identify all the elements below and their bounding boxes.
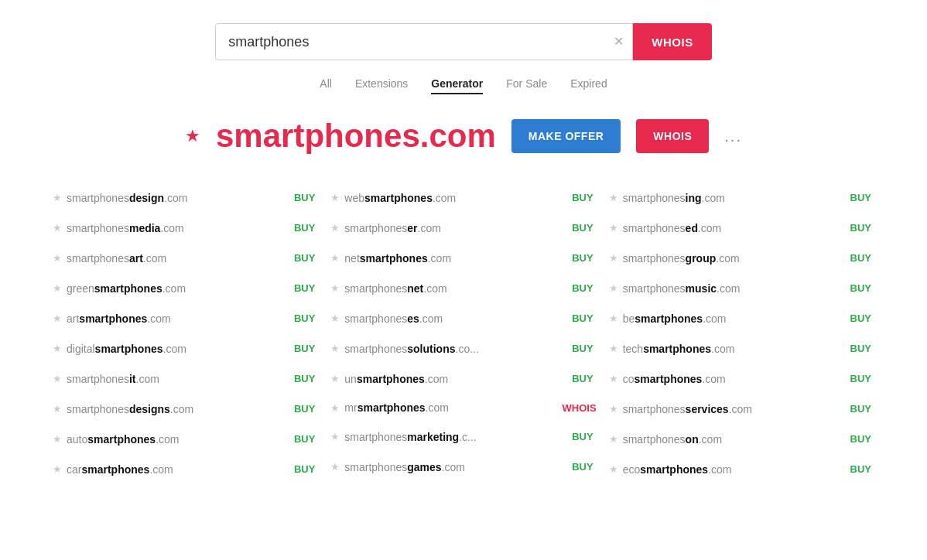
domain-name: besmartphones.com [623,312,843,325]
buy-button[interactable]: BUY [569,341,596,356]
buy-button[interactable]: BUY [291,190,318,205]
buy-button[interactable]: BUY [847,281,874,295]
star-icon[interactable]: ★ [609,192,618,203]
buy-button[interactable]: BUY [847,251,874,265]
tab-expired[interactable]: Expired [570,74,607,94]
buy-button[interactable]: BUY [847,371,874,386]
buy-button[interactable]: BUY [569,311,596,326]
whois-search-button[interactable]: WHOIS [633,23,711,60]
star-icon[interactable]: ★ [330,402,340,414]
domain-name: smartphoneser.com [344,222,564,234]
star-icon[interactable]: ★ [330,461,340,473]
buy-button[interactable]: BUY [291,220,318,235]
domain-name: smartphoneson.com [623,433,843,446]
star-icon[interactable]: ★ [609,222,618,234]
star-icon[interactable]: ★ [53,343,62,354]
star-icon[interactable]: ★ [53,373,62,384]
domain-row: ★smartphonessolutions.co...BUY [324,333,602,364]
domain-row: ★smartphonesmusic.comBUY [603,273,881,303]
domain-name: smartphonesservices.com [623,403,843,415]
star-icon[interactable]: ★ [609,282,618,294]
buy-button[interactable]: BUY [569,371,596,386]
domain-column-1: ★websmartphones.comBUY★smartphoneser.com… [324,183,602,484]
star-icon[interactable]: ★ [330,431,340,442]
buy-button[interactable]: BUY [847,401,874,416]
star-icon[interactable]: ★ [330,373,340,384]
domain-name: techsmartphones.com [623,343,843,355]
buy-button[interactable]: BUY [569,220,596,235]
star-icon[interactable]: ★ [53,463,62,475]
buy-button[interactable]: BUY [847,462,874,476]
domain-name: smartphonesdesign.com [67,192,286,204]
star-icon[interactable]: ★ [330,282,340,294]
domain-row: ★netsmartphones.comBUY [324,243,602,273]
star-icon[interactable]: ★ [609,463,618,475]
star-icon[interactable]: ★ [609,252,618,264]
star-icon[interactable]: ★ [609,433,618,445]
buy-button[interactable]: BUY [291,432,318,446]
domain-name: smartphonesgames.com [344,461,564,473]
star-icon[interactable]: ★ [330,252,340,264]
star-icon[interactable]: ★ [330,222,340,234]
domain-name: greensmartphones.com [67,282,286,295]
search-input[interactable] [215,23,633,60]
make-offer-button[interactable]: MAKE OFFER [511,119,621,153]
buy-button[interactable]: BUY [847,311,874,326]
star-icon[interactable]: ★ [609,343,618,354]
buy-button[interactable]: BUY [291,311,318,326]
star-icon[interactable]: ★ [330,343,340,354]
star-icon[interactable]: ★ [53,312,62,324]
whois-button[interactable]: WHOIS [563,402,597,414]
more-options-icon[interactable]: ... [724,128,742,145]
star-icon[interactable]: ★ [53,252,62,264]
buy-button[interactable]: BUY [291,281,318,295]
buy-button[interactable]: BUY [291,371,318,386]
buy-button[interactable]: BUY [847,190,874,205]
buy-button[interactable]: BUY [291,251,318,265]
domain-row: ★mrsmartphones.comWHOIS [324,394,602,422]
domain-row: ★smartphoneser.comBUY [324,213,602,243]
domain-name: netsmartphones.com [344,252,564,265]
domain-row: ★smartphonesgames.comBUY [324,452,602,482]
domain-row: ★smartphonesservices.comBUY [603,394,881,424]
buy-button[interactable]: BUY [569,429,596,444]
buy-button[interactable]: BUY [847,432,874,446]
domain-name: digitalsmartphones.com [67,343,286,355]
star-icon[interactable]: ★ [609,403,618,415]
domain-row: ★digitalsmartphones.comBUY [46,333,324,364]
tab-extensions[interactable]: Extensions [355,74,408,94]
buy-button[interactable]: BUY [569,251,596,265]
star-icon[interactable]: ★ [609,373,618,384]
star-icon[interactable]: ★ [53,192,62,203]
domain-name: smartphonesgroup.com [623,252,843,265]
domain-row: ★cosmartphones.comBUY [603,364,881,394]
buy-button[interactable]: BUY [569,281,596,295]
buy-button[interactable]: BUY [291,341,318,356]
buy-button[interactable]: BUY [291,462,318,476]
buy-button[interactable]: BUY [847,341,874,356]
star-icon[interactable]: ★ [330,192,340,203]
star-icon[interactable]: ★ [53,433,62,445]
tab-generator[interactable]: Generator [431,74,483,94]
clear-icon[interactable]: ✕ [614,36,624,48]
tab-for-sale[interactable]: For Sale [506,74,547,94]
domain-row: ★techsmartphones.comBUY [603,333,881,364]
star-icon[interactable]: ★ [53,222,62,234]
domain-row: ★smartphonesed.comBUY [603,213,881,243]
domain-row: ★websmartphones.comBUY [324,183,602,213]
star-icon[interactable]: ★ [53,403,62,415]
star-icon[interactable]: ★ [609,312,618,324]
tab-all[interactable]: All [320,74,332,94]
domain-name: smartphonesmusic.com [623,282,843,295]
buy-button[interactable]: BUY [847,220,874,235]
domain-row: ★smartphonesmedia.comBUY [46,213,324,243]
whois-featured-button[interactable]: WHOIS [636,119,709,153]
domain-row: ★smartphonesmarketing.c...BUY [324,422,602,452]
domain-name: ecosmartphones.com [623,463,843,476]
buy-button[interactable]: BUY [569,459,596,474]
featured-star-icon[interactable]: ★ [185,126,200,146]
buy-button[interactable]: BUY [569,190,596,205]
star-icon[interactable]: ★ [330,312,340,324]
star-icon[interactable]: ★ [53,282,62,294]
buy-button[interactable]: BUY [291,401,318,416]
